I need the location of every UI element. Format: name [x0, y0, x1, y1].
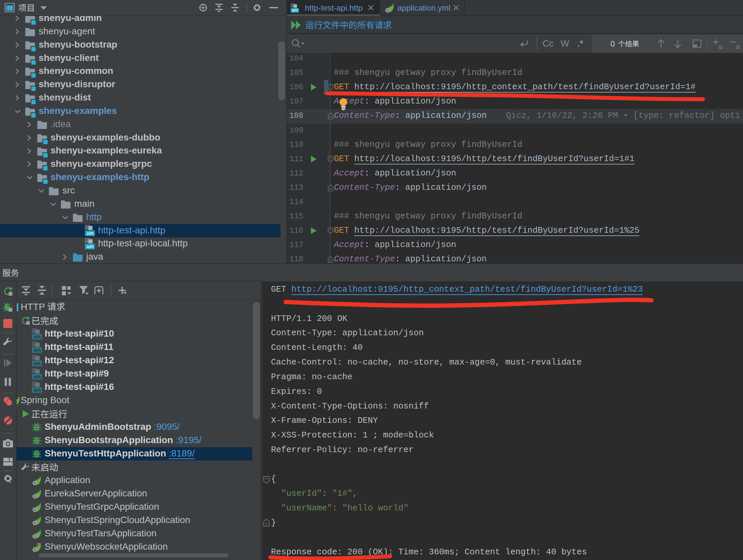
svg-text:API: API	[33, 361, 41, 366]
svg-text:API: API	[33, 374, 41, 379]
svg-text:API: API	[86, 244, 93, 249]
svg-text:API: API	[33, 348, 41, 353]
svg-text:API: API	[292, 8, 298, 12]
svg-text:API: API	[86, 231, 93, 236]
svg-text:API: API	[33, 334, 41, 339]
svg-text:API: API	[33, 388, 41, 392]
